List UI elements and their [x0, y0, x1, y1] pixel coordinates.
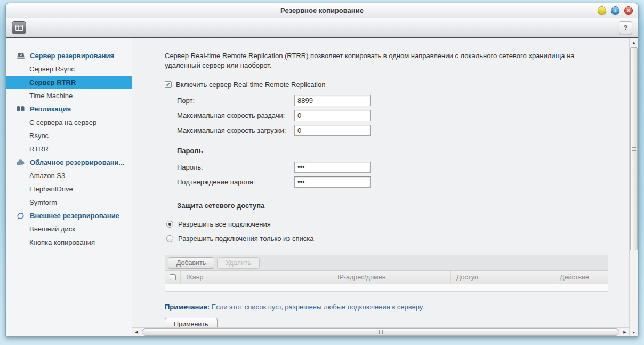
table-toolbar: Добавить Удалить — [165, 255, 608, 271]
main-panel: Сервер Real-time Remote Replication (RTR… — [132, 38, 629, 336]
port-label: Порт: — [177, 97, 294, 105]
port-row: Порт: — [165, 94, 608, 107]
horizontal-scroll-track[interactable] — [141, 328, 621, 336]
note-body: Если этот список пуст, разрешены любые п… — [212, 303, 424, 311]
allowed-connections-table: Добавить Удалить Жанр IP-адрес/домен Дос… — [165, 255, 608, 292]
sidebar-item-symform[interactable]: Symform — [6, 196, 132, 209]
vertical-scrollbar[interactable]: ▲ ▼ — [629, 38, 638, 336]
max-upload-speed-input[interactable] — [294, 110, 371, 121]
confirm-password-label: Подтверждение пароля: — [177, 178, 294, 186]
column-header-ip-domain[interactable]: IP-адрес/домен — [332, 271, 451, 284]
thumb-grip — [379, 330, 383, 334]
sidebar-group-external-backup[interactable]: Внешнее резервирование — [6, 209, 132, 222]
password-section-title: Пароль — [165, 147, 608, 155]
confirm-password-row: Подтверждение пароля: — [165, 176, 608, 188]
sidebar-item-rtrr[interactable]: RTRR — [6, 142, 132, 156]
rtrr-description: Сервер Real-time Remote Replication (RTR… — [165, 51, 608, 71]
vertical-scroll-track[interactable] — [630, 46, 638, 328]
content-area: Сервер резервирования Сервер Rsync Серве… — [6, 38, 638, 336]
vertical-scroll-thumb[interactable] — [630, 47, 638, 250]
maximize-button[interactable]: + — [611, 6, 619, 15]
sidebar-item-rsync-server[interactable]: Сервер Rsync — [6, 62, 132, 76]
table-empty-row — [165, 284, 608, 292]
sidebar-group-backup-server[interactable]: Сервер резервирования — [6, 49, 132, 62]
allow-list-only-label: Разрешить подключения только из списка — [178, 235, 313, 243]
horizontal-scrollbar[interactable]: ◀ ▶ — [132, 327, 629, 336]
max-download-speed-row: Максимальная скорость загрузки: — [165, 124, 608, 137]
column-header-access[interactable]: Доступ — [451, 271, 554, 284]
note-label: Примечание: — [165, 303, 210, 311]
allow-all-connections-row: Разрешить все подключения — [165, 217, 608, 231]
minimize-button[interactable]: − — [598, 6, 606, 15]
sidebar: Сервер резервирования Сервер Rsync Серве… — [6, 38, 132, 336]
backup-server-icon — [16, 52, 25, 60]
max-upload-speed-label: Максимальная скорость раздачи: — [177, 111, 294, 119]
horizontal-scroll-thumb[interactable] — [142, 328, 619, 336]
network-access-section-title: Защита сетевого доступа — [165, 202, 608, 210]
sidebar-layout-icon — [15, 25, 23, 31]
table-header-row: Жанр IP-адрес/домен Доступ Действие — [165, 271, 608, 284]
enable-rtrr-checkbox[interactable]: ✔ — [165, 81, 172, 88]
sidebar-item-amazon-s3[interactable]: Amazon S3 — [6, 169, 132, 182]
scroll-left-icon[interactable]: ◀ — [132, 328, 141, 336]
toolbar: ? — [6, 18, 638, 38]
confirm-password-input[interactable] — [294, 176, 371, 188]
select-all-checkbox[interactable] — [170, 274, 176, 280]
scroll-up-icon[interactable]: ▲ — [630, 38, 638, 46]
add-button[interactable]: Добавить — [168, 257, 214, 269]
sidebar-group-label: Репликация — [30, 105, 71, 113]
max-upload-speed-row: Максимальная скорость раздачи: — [165, 109, 608, 122]
window-title: Резервное копирование — [6, 6, 638, 14]
thumb-grip — [632, 147, 636, 151]
sidebar-item-rtrr-server[interactable]: Сервер RTRR — [6, 76, 132, 89]
scroll-down-icon[interactable]: ▼ — [630, 328, 638, 336]
sidebar-toggle-button[interactable] — [12, 21, 26, 34]
enable-rtrr-label: Включить сервер Real-time Remote Replica… — [176, 81, 325, 89]
password-input[interactable] — [294, 162, 371, 173]
sidebar-group-replication[interactable]: Репликация — [6, 102, 132, 116]
port-input[interactable] — [294, 95, 371, 106]
password-row: Пароль: — [165, 161, 608, 173]
apply-button[interactable]: Применить — [165, 318, 218, 327]
scroll-right-icon[interactable]: ▶ — [621, 328, 629, 336]
settings-form: Сервер Real-time Remote Replication (RTR… — [132, 38, 629, 327]
max-download-speed-input[interactable] — [294, 125, 371, 136]
sidebar-group-label: Сервер резервирования — [30, 52, 114, 60]
column-header-action[interactable]: Действие — [554, 271, 608, 284]
allow-all-connections-label: Разрешить все подключения — [178, 220, 271, 228]
allow-all-connections-radio[interactable] — [166, 221, 173, 228]
sidebar-item-elephantdrive[interactable]: ElephantDrive — [6, 182, 132, 196]
max-download-speed-label: Максимальная скорость загрузки: — [177, 126, 294, 134]
replication-icon — [16, 106, 25, 113]
sidebar-item-external-disk[interactable]: Внешний диск — [6, 222, 132, 236]
close-button[interactable]: ✕ — [624, 6, 633, 15]
select-all-cell — [165, 271, 181, 284]
sidebar-item-time-machine[interactable]: Time Machine — [6, 89, 132, 102]
allow-list-only-radio[interactable] — [166, 235, 173, 242]
sidebar-item-copy-button[interactable]: Кнопка копирования — [6, 236, 132, 249]
cloud-icon — [16, 159, 25, 166]
password-label: Пароль: — [177, 163, 294, 171]
sync-icon — [16, 212, 25, 220]
enable-rtrr-row: ✔ Включить сервер Real-time Remote Repli… — [165, 81, 608, 89]
sidebar-group-label: Облачное резервировани... — [30, 158, 124, 166]
title-bar: Резервное копирование − + ✕ — [6, 3, 638, 18]
column-header-genre[interactable]: Жанр — [181, 271, 332, 284]
sidebar-group-cloud-backup[interactable]: Облачное резервировани... — [6, 156, 132, 169]
sidebar-item-server-to-server[interactable]: С сервера на сервер — [6, 116, 132, 129]
allow-list-only-row: Разрешить подключения только из списка — [165, 231, 608, 246]
delete-button[interactable]: Удалить — [217, 257, 260, 269]
window-controls: − + ✕ — [598, 6, 633, 15]
sidebar-group-label: Внешнее резервирование — [30, 212, 119, 220]
backup-window: Резервное копирование − + ✕ ? — [5, 3, 639, 337]
help-button[interactable]: ? — [619, 21, 632, 34]
note-text: Примечание: Если этот список пуст, разре… — [165, 303, 608, 311]
sidebar-item-rsync[interactable]: Rsync — [6, 129, 132, 142]
